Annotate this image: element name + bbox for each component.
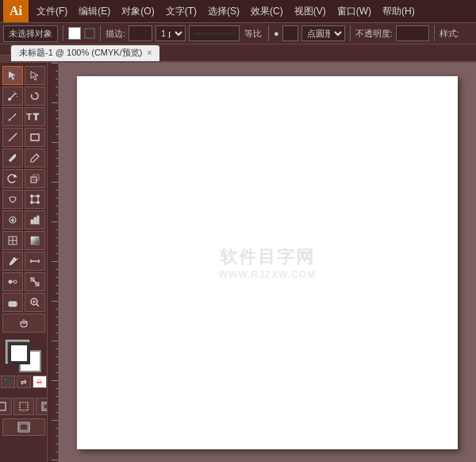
svg-line-3	[16, 94, 17, 94]
swap-colors-button[interactable]: ⇄	[17, 375, 31, 388]
svg-point-5	[8, 119, 10, 121]
rect-tool[interactable]	[25, 128, 45, 147]
screen-mode-button[interactable]	[2, 418, 45, 436]
type-tool[interactable]: T T	[25, 107, 45, 126]
tool-row-1	[2, 66, 46, 85]
ai-logo: Ai	[3, 0, 29, 22]
menu-effect[interactable]: 效果(C)	[246, 3, 288, 20]
opacity-input[interactable]	[396, 25, 429, 41]
tab-close-button[interactable]: ×	[147, 48, 152, 57]
opacity-label: 不透明度:	[355, 28, 393, 40]
gradient-tool[interactable]	[25, 231, 45, 250]
foreground-color-swatch[interactable]	[6, 341, 29, 363]
draw-mode-normal[interactable]	[0, 398, 12, 415]
blend-tool[interactable]	[2, 272, 23, 291]
svg-rect-8	[31, 134, 39, 141]
menu-object[interactable]: 对象(O)	[117, 3, 159, 20]
shape-type-select[interactable]: 点圆形	[301, 25, 345, 41]
warp-tool[interactable]	[2, 190, 23, 209]
pencil-tool[interactable]	[25, 148, 45, 167]
point-count-bullet: ●	[274, 29, 279, 38]
svg-text:+: +	[11, 218, 14, 223]
eraser-tool[interactable]	[2, 293, 23, 312]
tool-row-6	[2, 169, 46, 188]
equals-label: 等比	[243, 28, 263, 40]
selection-status: 未选择对象	[3, 25, 58, 42]
fill-swatch-mini[interactable]	[68, 27, 81, 40]
direct-select-tool[interactable]	[25, 66, 45, 85]
divider-4	[350, 25, 351, 41]
reset-colors-button[interactable]: ⬛	[1, 375, 15, 388]
divider-1	[63, 25, 63, 41]
stroke-unit-select[interactable]: 1 pt 2 pt	[155, 25, 186, 41]
canvas-area[interactable]: 软件目字网 WWW.RJZXW.COM	[59, 63, 476, 462]
select-tool[interactable]	[2, 66, 23, 85]
pen-tool[interactable]	[2, 107, 23, 126]
eyedropper-tool[interactable]	[2, 252, 23, 271]
svg-text:T: T	[33, 112, 39, 121]
svg-line-9	[36, 154, 39, 156]
artboard: 软件目字网 WWW.RJZXW.COM	[77, 76, 458, 449]
menu-edit[interactable]: 编辑(E)	[74, 3, 115, 20]
svg-point-1	[8, 98, 10, 101]
scale-tool[interactable]	[25, 169, 45, 188]
svg-point-32	[13, 280, 17, 283]
svg-rect-41	[0, 402, 6, 410]
svg-line-38	[36, 304, 39, 306]
menu-file[interactable]: 文件(F)	[32, 3, 72, 20]
slice-tool[interactable]	[25, 272, 45, 291]
lasso-tool[interactable]	[25, 87, 45, 106]
tool-row-11	[2, 272, 46, 291]
watermark: 软件目字网 WWW.RJZXW.COM	[219, 245, 316, 280]
measure-tool[interactable]	[25, 252, 45, 271]
stroke-swatch-mini[interactable]	[84, 28, 95, 39]
svg-rect-46	[20, 424, 28, 430]
svg-point-16	[30, 202, 33, 204]
menu-view[interactable]: 视图(V)	[290, 3, 331, 20]
menu-select[interactable]: 选择(S)	[203, 3, 244, 20]
hand-tool[interactable]	[2, 314, 45, 333]
svg-line-2	[13, 91, 14, 92]
bottom-icon-row-1	[0, 398, 48, 415]
color-swatches	[6, 341, 41, 372]
rotate-tool[interactable]	[2, 169, 23, 188]
menu-help[interactable]: 帮助(H)	[378, 3, 420, 20]
stroke-label: 描边:	[106, 28, 125, 40]
stroke-value-input[interactable]	[129, 25, 152, 41]
canvas-wrapper: 软件目字网 WWW.RJZXW.COM	[48, 63, 476, 462]
title-bar: Ai 文件(F) 编辑(E) 对象(O) 文字(T) 选择(S) 效果(C) 视…	[0, 0, 476, 22]
svg-point-17	[36, 202, 39, 204]
menu-window[interactable]: 窗口(W)	[332, 3, 376, 20]
left-toolbar: T T	[0, 63, 48, 462]
mesh-tool[interactable]	[2, 231, 23, 250]
tool-row-2	[2, 87, 46, 106]
none-color-button[interactable]: □	[33, 375, 47, 388]
tool-row-3: T T	[2, 107, 46, 126]
tool-row-7	[2, 190, 46, 209]
divider-2	[100, 25, 101, 41]
draw-mode-inside[interactable]	[36, 398, 48, 415]
line-tool[interactable]	[2, 128, 23, 147]
svg-point-14	[30, 195, 33, 198]
zoom-tool[interactable]	[25, 293, 45, 312]
bottom-icon-row-2	[2, 418, 45, 436]
document-tab[interactable]: 未标题-1 @ 100% (CMYK/预览) ×	[11, 45, 159, 61]
control-toolbar: 未选择对象 描边: 1 pt 2 pt 等比 ● 点圆形 不透明度: 样式:	[0, 22, 476, 44]
symbol-sprayer-tool[interactable]: +	[2, 210, 23, 229]
point-count-input[interactable]	[282, 25, 298, 41]
free-transform-tool[interactable]	[25, 190, 45, 209]
left-ruler	[48, 63, 59, 462]
tool-row-12	[2, 293, 46, 312]
stroke-line-preview[interactable]	[189, 25, 240, 41]
draw-mode-behind[interactable]	[13, 398, 34, 415]
svg-line-7	[9, 133, 17, 141]
tab-title: 未标题-1 @ 100% (CMYK/预览)	[19, 47, 142, 59]
svg-line-33	[31, 278, 39, 286]
graph-tool[interactable]	[25, 210, 45, 229]
menu-type[interactable]: 文字(T)	[161, 3, 202, 20]
svg-point-31	[9, 280, 12, 283]
magic-wand-tool[interactable]	[2, 87, 23, 106]
canvas-with-ruler: 软件目字网 WWW.RJZXW.COM	[48, 63, 476, 462]
paintbrush-tool[interactable]	[2, 148, 23, 167]
tool-row-8: +	[2, 210, 46, 229]
